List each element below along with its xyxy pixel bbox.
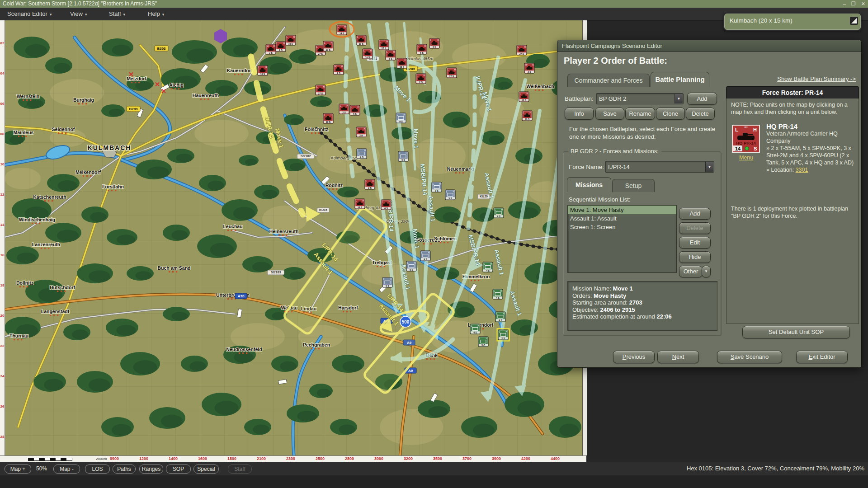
unit-menu-link[interactable]: Menu: [739, 155, 753, 161]
set-default-unit-sop-button[interactable]: Set Default Unit SOP: [742, 326, 850, 338]
road-badge: A70: [235, 293, 247, 299]
unit-counter[interactable]: LH4 S: [483, 262, 493, 272]
unit-counter[interactable]: LH4 S: [470, 324, 480, 334]
unit-counter-icon[interactable]: L ''' H HQ PR-14 14 S: [732, 125, 760, 153]
save-scenario-button[interactable]: Save Scenario: [717, 351, 782, 363]
tab-setup[interactable]: Setup: [612, 179, 655, 192]
unit-counter[interactable]: LH10 S: [397, 58, 407, 68]
rename-button[interactable]: Rename: [625, 108, 655, 120]
unit-counter[interactable]: LH5 S: [398, 151, 408, 161]
chevron-down-icon[interactable]: ▼: [705, 162, 713, 172]
unit-counter[interactable]: LH2 H: [356, 127, 366, 137]
chevron-down-icon[interactable]: ▼: [675, 94, 683, 103]
mission-list-item[interactable]: Screen 1: Screen: [568, 223, 676, 231]
tab-missions[interactable]: Missions: [567, 177, 611, 192]
add-mission-button[interactable]: Add: [679, 208, 711, 220]
unit-counter[interactable]: LH6 S: [381, 200, 391, 210]
unit-counter[interactable]: LH10 S: [356, 35, 366, 45]
scenario-map[interactable]: MetzdorfWernsteinBurghaigAichigHauenreut…: [5, 20, 582, 455]
show-battle-plan-summary-link[interactable]: Show Battle Plan Summary ->: [777, 75, 856, 82]
unit-counter[interactable]: LH27 S: [517, 45, 527, 55]
unit-counter[interactable]: LH10 S: [258, 66, 268, 75]
unit-counter[interactable]: LH4 S: [494, 208, 504, 218]
delete-button[interactable]: Delete: [686, 108, 715, 120]
edit-mission-button[interactable]: Edit: [679, 237, 711, 249]
menu-staff[interactable]: Staff▾: [109, 8, 125, 20]
unit-counter[interactable]: LH9 S: [420, 251, 430, 261]
unit-counter[interactable]: LH27 S: [379, 40, 389, 50]
unit-counter[interactable]: LH10 S: [323, 113, 333, 123]
paths-button[interactable]: Paths: [113, 465, 136, 474]
unit-counter[interactable]: LH9 S: [432, 182, 442, 192]
ruler-label: 4400: [548, 456, 562, 461]
unit-counter[interactable]: LH3 O: [478, 337, 488, 347]
battleplan-select[interactable]: BP GDR 2 ▼: [596, 93, 684, 104]
info-button[interactable]: Info: [565, 108, 594, 120]
other-dropdown-icon[interactable]: ▼: [702, 266, 711, 277]
unit-counter[interactable]: LH5 S: [417, 44, 427, 54]
menu-view[interactable]: View▾: [70, 8, 87, 20]
unit-counter[interactable]: WH2 S: [334, 65, 344, 75]
unit-counter[interactable]: LH2 S: [416, 74, 426, 84]
unit-counter[interactable]: LH10 S: [522, 111, 532, 121]
unit-counter[interactable]: LH10 S: [355, 199, 365, 209]
unit-counter[interactable]: LH6 O: [429, 38, 439, 48]
add-battleplan-button[interactable]: Add: [687, 93, 717, 105]
unit-counter[interactable]: LH5 S: [445, 190, 455, 200]
unit-counter[interactable]: LH2 S: [365, 179, 375, 189]
hide-mission-button[interactable]: Hide: [679, 251, 711, 263]
svg-text:10 S: 10 S: [359, 42, 364, 45]
unit-counter[interactable]: LH4 S: [493, 289, 503, 299]
close-icon[interactable]: ✕: [861, 1, 865, 6]
unit-counter[interactable]: LH9 S: [396, 113, 406, 123]
unit-counter[interactable]: LH5 S: [382, 277, 392, 287]
svg-text:L: L: [397, 114, 398, 116]
restore-icon[interactable]: ❐: [851, 1, 856, 6]
unit-counter[interactable]: LH27 S: [316, 85, 326, 95]
unit-counter[interactable]: WH2 S: [266, 44, 276, 54]
unit-counter[interactable]: LH2 S: [497, 329, 509, 341]
unit-counter[interactable]: LH27 S: [447, 68, 457, 78]
map-zoom-out-button[interactable]: Map -: [53, 465, 80, 474]
svg-text:H: H: [524, 46, 526, 48]
mission-list-item[interactable]: Move 1: Move Hasty: [568, 206, 676, 214]
sop-button[interactable]: SOP: [166, 465, 191, 474]
unit-counter[interactable]: LH6 S: [386, 50, 396, 60]
clone-button[interactable]: Clone: [656, 108, 685, 120]
unit-counter[interactable]: LH6 S: [350, 105, 360, 115]
menu-help[interactable]: Help▾: [148, 8, 164, 20]
unit-counter[interactable]: LH10 S: [519, 92, 529, 102]
tab-battle-planning[interactable]: Battle Planning: [651, 72, 709, 87]
special-button[interactable]: Special: [193, 465, 219, 474]
ruler-label: 1600: [196, 456, 209, 461]
unit-counter[interactable]: LH14 S: [337, 25, 347, 35]
other-mission-button[interactable]: Other: [679, 266, 703, 277]
resize-icon[interactable]: [850, 17, 858, 25]
map-zoom-in-button[interactable]: Map +: [5, 465, 31, 474]
unit-counter[interactable]: LH2 S: [276, 42, 286, 52]
previous-button[interactable]: Previous: [613, 351, 655, 363]
mission-list-item[interactable]: Assault 1: Assault: [568, 214, 676, 223]
exit-editor-button[interactable]: Exit Editor: [796, 351, 848, 363]
ranges-button[interactable]: Ranges: [139, 465, 163, 474]
force-name-select[interactable]: I./PR-14 ▼: [605, 161, 714, 173]
town-label: Wernstein: [17, 94, 40, 99]
ruler-label: 3500: [431, 456, 444, 461]
save-button[interactable]: Save: [595, 108, 624, 120]
unit-counter[interactable]: LH10 S: [323, 41, 333, 51]
unit-counter[interactable]: LH10 S: [286, 35, 296, 45]
unit-counter[interactable]: WH2 S: [524, 63, 534, 73]
menu-scenario-editor[interactable]: Scenario Editor▾: [7, 8, 52, 20]
unit-location-link[interactable]: 3301: [796, 167, 808, 173]
unit-counter[interactable]: LH9 S: [357, 149, 367, 159]
unit-counter[interactable]: LH9 S: [406, 261, 416, 271]
tab-commander-and-forces[interactable]: Commander and Forces: [567, 74, 650, 87]
minimize-icon[interactable]: –: [843, 1, 846, 6]
town-label: Windischenhaig: [19, 217, 55, 222]
unit-counter[interactable]: LH4 S: [495, 312, 505, 322]
unit-counter[interactable]: LH10 S: [363, 49, 373, 59]
los-button[interactable]: LOS: [85, 465, 110, 474]
next-button[interactable]: Next: [657, 351, 699, 363]
unit-counter[interactable]: LH2 S: [339, 104, 349, 114]
town-label: Forstlahn: [102, 184, 124, 189]
